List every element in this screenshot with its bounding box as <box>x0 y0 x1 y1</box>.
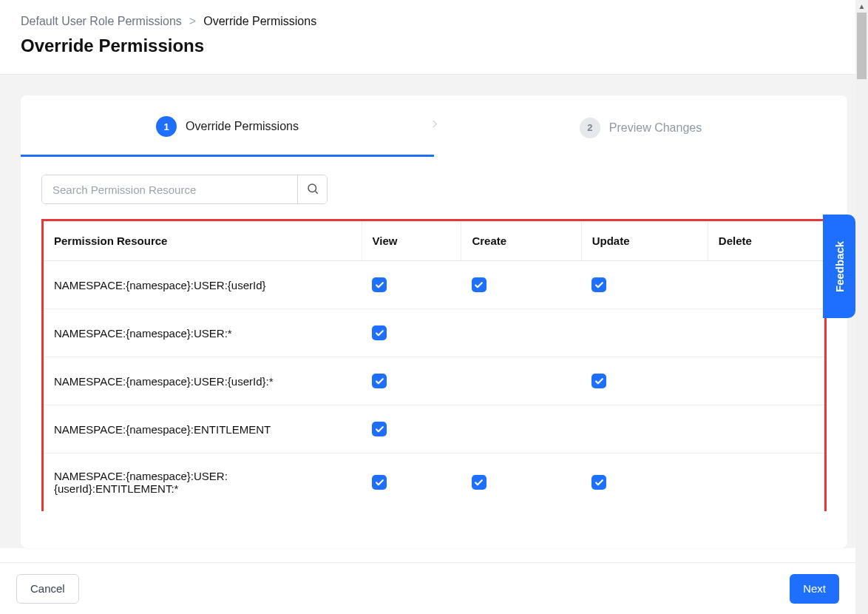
cell-resource: NAMESPACE:{namespace}:ENTITLEMENT <box>44 405 362 453</box>
permissions-table: Permission Resource View Create Update D… <box>44 221 824 511</box>
checkbox-checked[interactable] <box>591 277 606 292</box>
search-icon <box>306 182 319 198</box>
step-number: 1 <box>156 116 177 137</box>
chevron-right-icon: > <box>189 15 196 28</box>
table-row: NAMESPACE:{namespace}:USER:{userId}:* <box>44 357 824 405</box>
cell-delete <box>708 357 824 405</box>
checkbox-checked[interactable] <box>372 475 387 490</box>
search-input[interactable] <box>42 175 297 203</box>
scrollbar-thumb[interactable] <box>857 13 867 79</box>
cell-delete <box>708 453 824 512</box>
step-number: 2 <box>580 118 600 138</box>
cell-update <box>581 453 708 512</box>
svg-point-0 <box>308 184 316 192</box>
svg-line-1 <box>315 191 317 193</box>
scrollbar[interactable]: ▲ <box>855 0 868 614</box>
table-row: NAMESPACE:{namespace}:USER:{userId}:ENTI… <box>44 453 824 512</box>
cell-create <box>461 453 581 512</box>
cell-create <box>461 309 581 357</box>
wizard-stepper: 1 Override Permissions 2 Preview Changes <box>21 95 847 157</box>
col-resource: Permission Resource <box>44 221 362 261</box>
scrollbar-arrow-up-icon[interactable]: ▲ <box>855 0 868 13</box>
cell-update <box>581 309 708 357</box>
permissions-table-highlight: Permission Resource View Create Update D… <box>41 219 827 511</box>
search-row <box>21 157 847 219</box>
search-button[interactable] <box>297 175 327 203</box>
page-title: Override Permissions <box>21 36 847 56</box>
step-override-permissions[interactable]: 1 Override Permissions <box>21 95 434 157</box>
checkbox-checked[interactable] <box>591 374 606 388</box>
breadcrumb-current: Override Permissions <box>203 15 316 28</box>
page-header: Default User Role Permissions > Override… <box>0 0 868 75</box>
cell-create <box>461 405 581 453</box>
cell-resource: NAMESPACE:{namespace}:USER:{userId}:ENTI… <box>44 453 362 512</box>
breadcrumb: Default User Role Permissions > Override… <box>21 15 847 28</box>
table-row: NAMESPACE:{namespace}:ENTITLEMENT <box>44 405 824 453</box>
checkbox-checked[interactable] <box>472 475 486 490</box>
cell-resource: NAMESPACE:{namespace}:USER:{userId}:* <box>44 357 362 405</box>
step-label: Preview Changes <box>609 121 702 135</box>
cell-delete <box>708 261 824 309</box>
cell-delete <box>708 309 824 357</box>
cell-create <box>461 357 581 405</box>
cell-view <box>362 405 461 453</box>
cancel-button[interactable]: Cancel <box>16 574 79 604</box>
cell-resource: NAMESPACE:{namespace}:USER:* <box>44 309 362 357</box>
checkbox-checked[interactable] <box>372 374 387 388</box>
col-delete: Delete <box>708 221 824 261</box>
wizard-card: 1 Override Permissions 2 Preview Changes <box>21 95 847 548</box>
checkbox-checked[interactable] <box>372 325 387 340</box>
step-label: Override Permissions <box>186 120 299 133</box>
cell-resource: NAMESPACE:{namespace}:USER:{userId} <box>44 261 362 309</box>
cell-create <box>461 261 581 309</box>
cell-view <box>362 453 461 512</box>
col-create: Create <box>461 221 581 261</box>
cell-update <box>581 261 708 309</box>
cell-delete <box>708 405 824 453</box>
feedback-tab[interactable]: Feedback <box>823 215 855 318</box>
table-row: NAMESPACE:{namespace}:USER:* <box>44 309 824 357</box>
wizard-footer: Cancel Next <box>0 562 855 614</box>
breadcrumb-parent[interactable]: Default User Role Permissions <box>21 15 182 28</box>
checkbox-checked[interactable] <box>591 475 606 490</box>
cell-view <box>362 309 461 357</box>
cell-update <box>581 405 708 453</box>
next-button[interactable]: Next <box>790 574 839 604</box>
cell-view <box>362 357 461 405</box>
step-preview-changes[interactable]: 2 Preview Changes <box>434 95 847 157</box>
checkbox-checked[interactable] <box>472 277 486 292</box>
search-wrap <box>41 175 328 204</box>
cell-view <box>362 261 461 309</box>
checkbox-checked[interactable] <box>372 277 387 292</box>
table-row: NAMESPACE:{namespace}:USER:{userId} <box>44 261 824 309</box>
content-area: 1 Override Permissions 2 Preview Changes <box>0 75 868 548</box>
col-update: Update <box>581 221 708 261</box>
checkbox-checked[interactable] <box>372 422 387 436</box>
table-header-row: Permission Resource View Create Update D… <box>44 221 824 261</box>
col-view: View <box>362 221 461 261</box>
cell-update <box>581 357 708 405</box>
